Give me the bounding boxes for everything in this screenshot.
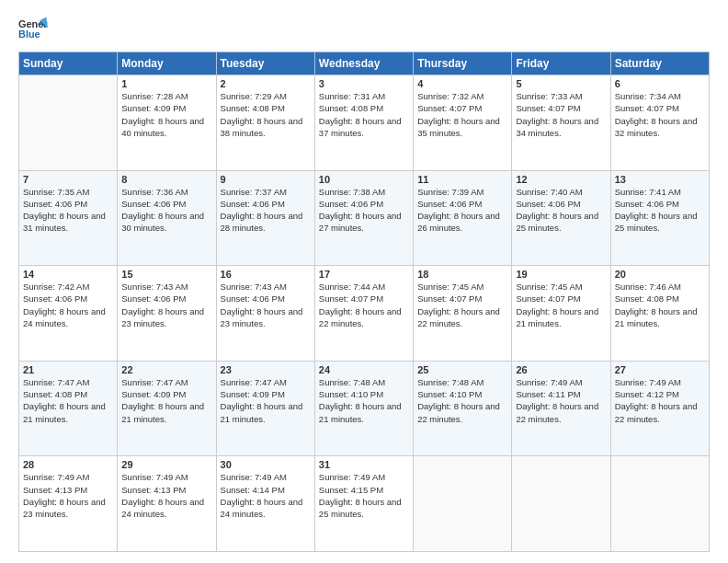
day-number: 18 [417, 269, 507, 280]
day-number: 1 [121, 78, 211, 89]
day-number: 6 [615, 78, 705, 89]
sunrise-text: Sunrise: 7:40 AM [516, 186, 606, 198]
calendar-cell: 24Sunrise: 7:48 AMSunset: 4:10 PMDayligh… [314, 361, 413, 456]
sunset-text: Sunset: 4:06 PM [516, 198, 606, 210]
daylight-text: Daylight: 8 hours and 28 minutes. [221, 210, 311, 235]
weekday-header: Wednesday [314, 52, 413, 75]
weekday-header: Saturday [610, 52, 709, 75]
daylight-text: Daylight: 8 hours and 22 minutes. [615, 400, 705, 425]
day-number: 25 [417, 364, 507, 375]
daylight-text: Daylight: 8 hours and 27 minutes. [319, 210, 409, 235]
daylight-text: Daylight: 8 hours and 24 minutes. [221, 496, 311, 521]
weekday-header: Tuesday [216, 52, 314, 75]
calendar-cell: 11Sunrise: 7:39 AMSunset: 4:06 PMDayligh… [414, 170, 512, 266]
weekday-header: Sunday [19, 52, 118, 75]
weekday-header: Friday [512, 52, 610, 75]
calendar-header-row: SundayMondayTuesdayWednesdayThursdayFrid… [19, 52, 710, 75]
daylight-text: Daylight: 8 hours and 23 minutes. [23, 496, 113, 521]
daylight-text: Daylight: 8 hours and 23 minutes. [121, 305, 211, 330]
sunset-text: Sunset: 4:06 PM [319, 198, 409, 210]
sunrise-text: Sunrise: 7:43 AM [121, 281, 211, 293]
sunrise-text: Sunrise: 7:41 AM [615, 186, 705, 198]
sunrise-text: Sunrise: 7:49 AM [221, 471, 311, 483]
calendar-week-row: 14Sunrise: 7:42 AMSunset: 4:06 PMDayligh… [19, 266, 710, 362]
daylight-text: Daylight: 8 hours and 21 minutes. [615, 305, 705, 330]
calendar-cell: 22Sunrise: 7:47 AMSunset: 4:09 PMDayligh… [118, 361, 216, 456]
sunrise-text: Sunrise: 7:36 AM [121, 186, 211, 198]
sunset-text: Sunset: 4:06 PM [23, 198, 113, 210]
calendar-cell: 30Sunrise: 7:49 AMSunset: 4:14 PMDayligh… [216, 456, 314, 552]
day-number: 13 [615, 174, 705, 185]
calendar-cell: 1Sunrise: 7:28 AMSunset: 4:09 PMDaylight… [118, 75, 216, 171]
daylight-text: Daylight: 8 hours and 21 minutes. [121, 400, 211, 425]
sunrise-text: Sunrise: 7:33 AM [516, 90, 606, 102]
calendar-cell: 27Sunrise: 7:49 AMSunset: 4:12 PMDayligh… [610, 361, 709, 456]
sunrise-text: Sunrise: 7:49 AM [121, 471, 211, 483]
sunset-text: Sunset: 4:15 PM [319, 484, 409, 496]
day-number: 4 [417, 78, 507, 89]
sunset-text: Sunset: 4:07 PM [417, 102, 507, 114]
daylight-text: Daylight: 8 hours and 22 minutes. [319, 305, 409, 330]
day-number: 2 [221, 78, 311, 89]
sunset-text: Sunset: 4:06 PM [221, 198, 311, 210]
calendar-cell: 25Sunrise: 7:48 AMSunset: 4:10 PMDayligh… [414, 361, 512, 456]
sunset-text: Sunset: 4:06 PM [615, 198, 705, 210]
calendar-cell: 3Sunrise: 7:31 AMSunset: 4:08 PMDaylight… [314, 75, 413, 171]
logo-icon: General Blue [18, 17, 48, 42]
calendar-cell: 4Sunrise: 7:32 AMSunset: 4:07 PMDaylight… [414, 75, 512, 171]
sunrise-text: Sunrise: 7:37 AM [221, 186, 311, 198]
calendar-cell: 2Sunrise: 7:29 AMSunset: 4:08 PMDaylight… [216, 75, 314, 171]
calendar-cell: 12Sunrise: 7:40 AMSunset: 4:06 PMDayligh… [512, 170, 610, 266]
calendar-cell [19, 75, 118, 171]
sunset-text: Sunset: 4:08 PM [23, 388, 113, 400]
sunrise-text: Sunrise: 7:49 AM [319, 471, 409, 483]
daylight-text: Daylight: 8 hours and 30 minutes. [121, 210, 211, 235]
day-number: 26 [516, 364, 606, 375]
daylight-text: Daylight: 8 hours and 21 minutes. [23, 400, 113, 425]
calendar-cell: 31Sunrise: 7:49 AMSunset: 4:15 PMDayligh… [314, 456, 413, 552]
calendar-cell: 14Sunrise: 7:42 AMSunset: 4:06 PMDayligh… [19, 266, 118, 362]
day-number: 22 [121, 364, 211, 375]
calendar-cell: 9Sunrise: 7:37 AMSunset: 4:06 PMDaylight… [216, 170, 314, 266]
sunset-text: Sunset: 4:10 PM [319, 388, 409, 400]
svg-text:Blue: Blue [18, 29, 40, 40]
calendar-cell: 5Sunrise: 7:33 AMSunset: 4:07 PMDaylight… [512, 75, 610, 171]
day-number: 8 [121, 174, 211, 185]
day-number: 21 [23, 364, 113, 375]
day-number: 28 [23, 459, 113, 470]
sunset-text: Sunset: 4:07 PM [516, 293, 606, 304]
weekday-header: Thursday [414, 52, 512, 75]
calendar-week-row: 21Sunrise: 7:47 AMSunset: 4:08 PMDayligh… [19, 361, 710, 456]
day-number: 20 [615, 269, 705, 280]
header: General Blue [18, 17, 710, 42]
calendar-week-row: 1Sunrise: 7:28 AMSunset: 4:09 PMDaylight… [19, 75, 710, 171]
sunset-text: Sunset: 4:06 PM [121, 293, 211, 304]
day-number: 7 [23, 174, 113, 185]
sunrise-text: Sunrise: 7:47 AM [121, 376, 211, 388]
day-number: 23 [221, 364, 311, 375]
sunset-text: Sunset: 4:06 PM [221, 293, 311, 304]
sunset-text: Sunset: 4:06 PM [417, 198, 507, 210]
calendar-cell: 16Sunrise: 7:43 AMSunset: 4:06 PMDayligh… [216, 266, 314, 362]
sunrise-text: Sunrise: 7:43 AM [221, 281, 311, 293]
daylight-text: Daylight: 8 hours and 38 minutes. [221, 115, 311, 140]
day-number: 5 [516, 78, 606, 89]
calendar-cell: 15Sunrise: 7:43 AMSunset: 4:06 PMDayligh… [118, 266, 216, 362]
day-number: 24 [319, 364, 409, 375]
calendar-cell: 20Sunrise: 7:46 AMSunset: 4:08 PMDayligh… [610, 266, 709, 362]
sunrise-text: Sunrise: 7:44 AM [319, 281, 409, 293]
day-number: 14 [23, 269, 113, 280]
day-number: 11 [417, 174, 507, 185]
daylight-text: Daylight: 8 hours and 22 minutes. [516, 400, 606, 425]
page: General Blue SundayMondayTuesdayWednesda… [0, 0, 728, 563]
daylight-text: Daylight: 8 hours and 21 minutes. [516, 305, 606, 330]
calendar-cell: 23Sunrise: 7:47 AMSunset: 4:09 PMDayligh… [216, 361, 314, 456]
sunset-text: Sunset: 4:07 PM [615, 102, 705, 114]
sunrise-text: Sunrise: 7:48 AM [319, 376, 409, 388]
sunrise-text: Sunrise: 7:29 AM [221, 90, 311, 102]
day-number: 17 [319, 269, 409, 280]
sunrise-text: Sunrise: 7:46 AM [615, 281, 705, 293]
calendar-cell: 13Sunrise: 7:41 AMSunset: 4:06 PMDayligh… [610, 170, 709, 266]
calendar-cell: 28Sunrise: 7:49 AMSunset: 4:13 PMDayligh… [19, 456, 118, 552]
sunrise-text: Sunrise: 7:48 AM [417, 376, 507, 388]
